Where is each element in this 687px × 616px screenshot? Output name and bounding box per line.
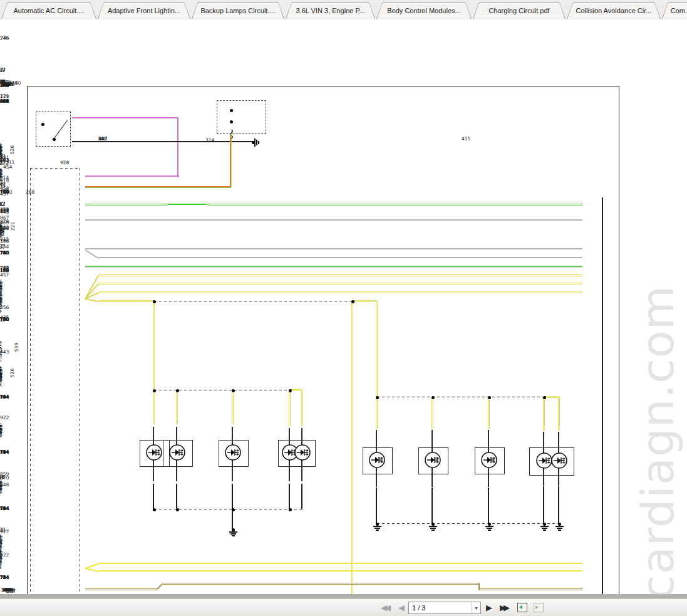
last-page-button[interactable]: ▶▶ — [500, 602, 507, 613]
tab-label: 3.6L VIN 3, Engine P... — [286, 3, 374, 19]
diagram-text: 922 — [0, 415, 9, 420]
watermark: cardiagn.com — [631, 285, 684, 600]
splice-dot — [431, 396, 435, 399]
next-view-icon[interactable] — [534, 603, 544, 612]
splice-dot — [230, 109, 233, 112]
first-page-button[interactable]: ◀◀ — [381, 602, 388, 613]
tab-4[interactable]: 3.6L VIN 3, Engine P... — [286, 2, 375, 19]
tab-6[interactable]: Charging Circuit.pdf — [473, 2, 566, 19]
led-lamp-icon — [167, 442, 188, 463]
splice-dot — [153, 508, 156, 511]
connector-bracket: 769 — [0, 298, 3, 308]
tab-label: Collision Avoidance Cir... — [567, 3, 660, 19]
splice-dot — [376, 523, 379, 526]
connector-bracket: 770 — [0, 229, 3, 238]
previous-page-button[interactable]: ◀ — [398, 602, 405, 613]
pager-toolbar: ◀◀ ◀ 1 / 3 ▼ ▶ ▶▶ — [0, 598, 687, 616]
connector-bracket: 773 — [0, 540, 3, 550]
diagram-text: 314 — [205, 138, 214, 143]
led-lamp-icon — [366, 449, 388, 471]
splice-dot — [153, 389, 156, 392]
connector-bracket: 227 — [0, 68, 4, 73]
status-band — [0, 594, 687, 598]
splice-dot — [488, 523, 491, 526]
diagram-text: 870 — [0, 476, 9, 481]
splice-dot — [289, 508, 292, 511]
diagram-text: 878 — [0, 219, 9, 224]
page-number-box[interactable]: 1 / 3 ▼ — [408, 602, 481, 614]
diagram-text: 415 — [462, 137, 470, 142]
diagram-text: 526 — [10, 145, 15, 154]
connector-bracket: 938 — [0, 154, 4, 159]
splice-dot — [351, 300, 354, 303]
connector-bracket: 775 — [0, 373, 3, 382]
splice-dot — [488, 396, 491, 399]
connector-bracket: 467 — [0, 244, 4, 249]
diagram-text: 288 — [26, 190, 34, 195]
splice-dot — [543, 523, 546, 526]
tab-2[interactable]: Adaptive Front Lightin... — [98, 2, 190, 19]
diagram-text: 804 — [0, 450, 9, 455]
tab-3[interactable]: Backup Lamps Circuit.... — [192, 2, 284, 19]
connector-bracket: 773 — [0, 555, 3, 565]
diagram-text: 780 — [0, 251, 9, 256]
connector-bracket: 769 — [0, 286, 3, 295]
next-page-button[interactable]: ▶ — [486, 602, 492, 613]
splice-dot — [41, 123, 44, 126]
component-box — [217, 100, 266, 134]
tab-7[interactable]: Collision Avoidance Cir... — [567, 2, 661, 19]
connector-bracket: 938 — [0, 528, 4, 533]
led-lamp-icon — [422, 449, 443, 471]
diagram-text: 926 — [0, 99, 9, 104]
diagram-text: 221 — [11, 222, 16, 231]
splice-dot — [289, 389, 292, 392]
splice-dot — [176, 508, 179, 511]
diagram-text: 246 — [0, 36, 9, 41]
connector-bracket: 775 — [0, 485, 3, 494]
splice-dot — [176, 389, 179, 392]
connector-bracket: 770 — [0, 173, 3, 182]
connector-bracket: 545 — [0, 348, 3, 358]
lamp-box — [27, 86, 619, 599]
tab-label: Automatic AC Circuit.... — [2, 3, 96, 19]
tab-label: Charging Circuit.pdf — [473, 3, 565, 19]
splice-dot — [230, 120, 233, 123]
diagram-text: 443 — [0, 210, 9, 215]
component-box — [36, 112, 71, 147]
led-lamp-icon — [478, 449, 500, 471]
tab-label: Com... — [663, 3, 687, 19]
splice-dot — [543, 396, 546, 399]
tab-1[interactable]: Automatic AC Circuit.... — [1, 2, 96, 19]
diagram-page: 2362461791792212212302412521421511761861… — [0, 19, 687, 594]
tab-8[interactable]: Com... — [662, 2, 687, 19]
splice-dot — [232, 508, 235, 511]
led-lamp-icon — [549, 450, 570, 471]
splice-dot — [376, 396, 379, 399]
led-lamp-icon — [143, 442, 165, 463]
splice-dot — [431, 523, 435, 526]
diagram-text: 794 — [0, 575, 9, 580]
connector-bracket: 775 — [0, 429, 3, 438]
pdf-viewer-window: { "window": { "tabs": [ {"label":"Automa… — [0, 0, 687, 616]
led-lamp-icon — [222, 442, 244, 463]
splice-dot — [53, 138, 56, 141]
connector-bracket: 941 — [0, 80, 4, 85]
connector-bracket: 453 — [0, 317, 4, 322]
diagram-text: 457 — [0, 273, 9, 278]
page-number-value[interactable]: 1 / 3 — [409, 604, 472, 612]
diagram-text: 539 — [14, 343, 19, 352]
tab-label: Adaptive Front Lightin... — [98, 3, 190, 19]
previous-view-icon[interactable] — [517, 603, 527, 612]
led-lamp-icon — [292, 442, 313, 463]
connector-bracket: 412 — [0, 202, 4, 207]
diagram-text: 928 — [60, 160, 69, 165]
tab-5[interactable]: Body Control Modules... — [376, 2, 472, 19]
splice-dot — [558, 523, 561, 526]
tab-bar: Automatic AC Circuit....Adaptive Front L… — [0, 0, 687, 20]
chevron-down-icon[interactable]: ▼ — [472, 602, 480, 613]
diagram-text: 770 — [0, 190, 9, 195]
splice-dot — [153, 300, 156, 303]
diagram-text: 804 — [0, 395, 9, 400]
connector-bracket: 453 — [0, 183, 4, 188]
splice-dot — [232, 528, 235, 531]
